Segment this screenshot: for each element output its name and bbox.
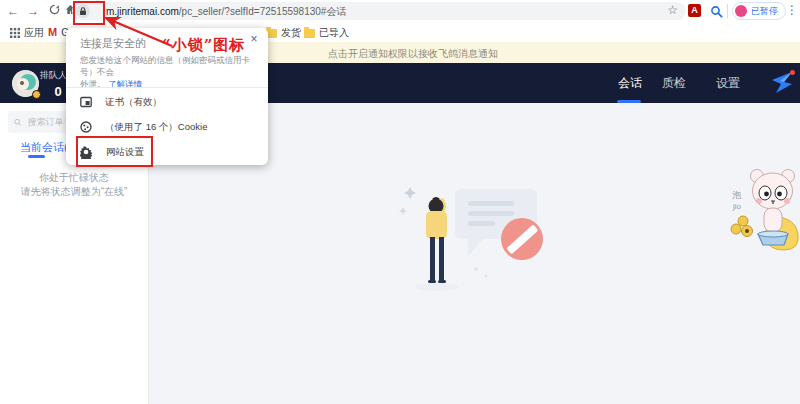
bookmark-folder-imported-label: 已导入 [319, 26, 349, 40]
toolbar-divider [727, 4, 728, 18]
cookie-icon [80, 121, 92, 133]
busy-status-line2: 请先将状态调整为“在线” [0, 185, 148, 199]
busy-status-line1: 你处于忙碌状态 [0, 171, 148, 185]
folder-icon [304, 29, 315, 38]
forward-icon[interactable]: → [26, 4, 40, 18]
profile-avatar [735, 5, 747, 17]
back-icon[interactable]: ← [6, 4, 20, 18]
profile-button[interactable]: 已暂停 [732, 2, 786, 20]
search-icon [14, 118, 22, 127]
annotation-box-site-settings [76, 136, 153, 167]
cookies-label: （使用了 16 个）Cookie [105, 121, 207, 134]
popup-body: 您发送给这个网站的信息（例如密码或信用卡号）不会外泄。 了解详情 [80, 54, 258, 90]
certificate-icon [80, 96, 92, 108]
notification-message: 点击开启通知权限以接收飞鸽消息通知 [328, 47, 498, 61]
popup-body-line1: 您发送给这个网站的信息（例如密码或信用卡号）不会 [80, 55, 250, 77]
cookies-row[interactable]: （使用了 16 个）Cookie [66, 117, 268, 137]
certificate-row[interactable]: 证书（有效） [66, 92, 268, 112]
annotation-lock-caption: “小锁”图标 [162, 36, 245, 55]
tab-quality[interactable]: 质检 [662, 75, 686, 92]
bookmark-folder-1[interactable]: 发货 [266, 26, 301, 40]
empty-state-illustration [398, 181, 563, 307]
sticker-text-2: jio [732, 202, 742, 211]
search-extension-icon[interactable] [710, 4, 723, 22]
bear-sticker: 泡 jio [726, 158, 800, 270]
tab-settings[interactable]: 设置 [716, 75, 740, 92]
pdf-extension-icon[interactable]: A [688, 4, 701, 17]
bookmark-apps[interactable]: 应用 [10, 26, 44, 40]
refresh-icon[interactable] [47, 4, 61, 18]
feige-logo-icon[interactable] [770, 68, 796, 100]
url-path: /pc_seller/?selfId=72515598130#会话 [179, 6, 347, 17]
bookmark-apps-label: 应用 [24, 26, 44, 40]
bookmark-folder-imported[interactable]: 已导入 [304, 26, 349, 40]
gmail-icon: M [48, 26, 57, 38]
bookmark-folder-1-label: 发货 [281, 26, 301, 40]
bookmark-star-icon[interactable]: ☆ [667, 3, 678, 17]
popup-divider [66, 87, 268, 88]
session-tab-indicator [28, 155, 45, 158]
sticker-text-1: 泡 [732, 190, 742, 200]
sync-paused-label: 已暂停 [751, 5, 778, 18]
close-icon[interactable]: × [247, 32, 261, 46]
certificate-label: 证书（有效） [105, 96, 162, 109]
tab-session[interactable]: 会话 [618, 75, 642, 92]
chrome-menu-icon[interactable]: ⋮ [786, 3, 798, 17]
apps-grid-icon [10, 28, 20, 38]
